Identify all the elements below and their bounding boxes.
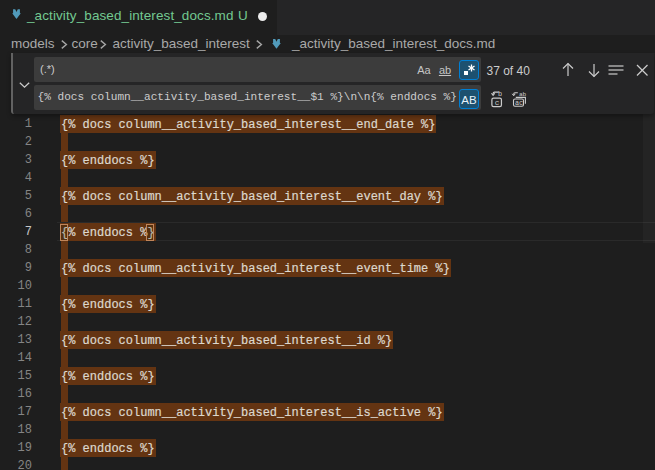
svg-text:b: b bbox=[498, 90, 502, 98]
svg-text:ac: ac bbox=[515, 99, 523, 107]
svg-text:ab: ab bbox=[519, 91, 527, 98]
svg-text:c: c bbox=[495, 99, 500, 107]
